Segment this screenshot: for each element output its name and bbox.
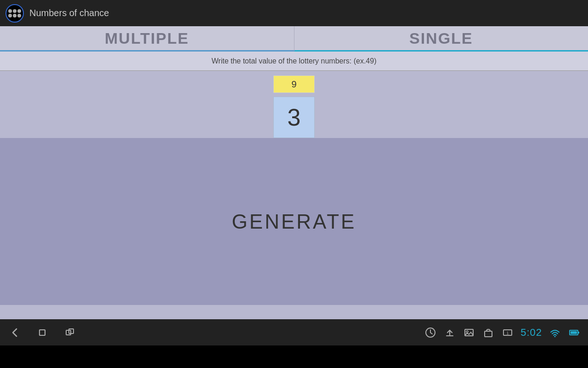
clock: 5:02 [520,327,542,339]
shopping-icon[interactable] [482,326,495,339]
back-button[interactable] [7,325,22,340]
wifi-icon [548,326,561,339]
status-bar: 1 5:02 [0,319,588,345]
instruction-text: Write the total value of the lottery num… [212,57,377,65]
tab-single[interactable]: SINGLE [294,26,588,51]
dice-icon [8,9,21,17]
tab-multiple[interactable]: MULTIPLE [0,26,294,51]
keyboard-icon[interactable]: 1 [501,326,514,339]
upload-icon[interactable] [443,326,456,339]
result-number: 3 [288,104,301,131]
tab-multiple-label: MULTIPLE [105,29,189,47]
svg-rect-12 [578,332,579,334]
svg-rect-5 [465,329,473,336]
svg-point-6 [466,331,468,333]
home-button[interactable] [35,325,50,340]
result-box: 3 [273,97,315,138]
status-right: 1 5:02 [424,326,581,339]
svg-text:1: 1 [507,331,509,335]
nav-buttons [7,325,77,340]
generate-label: GENERATE [232,210,356,233]
svg-rect-0 [40,330,45,335]
number-input[interactable] [276,79,312,90]
image-icon[interactable] [463,326,475,339]
battery-icon [568,326,581,339]
tabs-container: MULTIPLE SINGLE [0,26,588,52]
svg-rect-7 [485,331,492,337]
recents-button[interactable] [62,325,77,340]
svg-point-10 [554,336,556,337]
tab-single-label: SINGLE [409,29,473,47]
app-title: Numbers of chance [29,8,109,18]
generate-button[interactable]: GENERATE [0,138,588,305]
recent-apps-icon[interactable] [424,326,437,339]
number-input-wrapper[interactable] [273,75,315,93]
title-bar: Numbers of chance [0,0,588,26]
app-icon [6,4,24,23]
content-area: 3 GENERATE [0,71,588,319]
svg-rect-13 [571,331,577,334]
instruction-bar: Write the total value of the lottery num… [0,52,588,71]
